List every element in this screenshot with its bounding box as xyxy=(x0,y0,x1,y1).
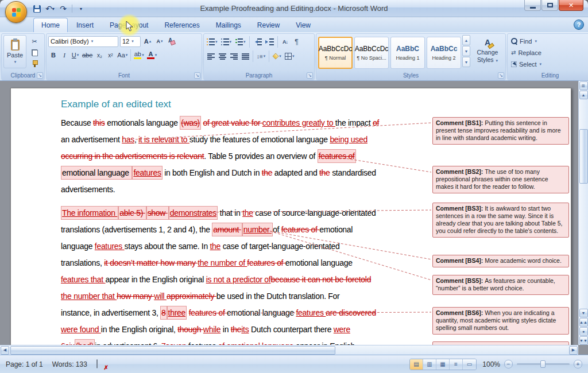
horizontal-scroll-thumb[interactable] xyxy=(10,346,335,355)
font-size-combo[interactable]: 12▾ xyxy=(120,36,141,47)
word-count[interactable]: Words: 133 xyxy=(52,360,87,368)
multilevel-list-icon xyxy=(235,38,243,45)
clear-formatting-button[interactable] xyxy=(167,36,177,47)
scroll-up-button[interactable]: ▲ xyxy=(579,91,588,99)
sort-button[interactable]: A↓ xyxy=(280,36,291,48)
superscript-button[interactable]: x² xyxy=(105,49,115,61)
zoom-in-button[interactable]: + xyxy=(574,360,582,368)
close-button[interactable]: ✕ xyxy=(559,0,583,11)
print-layout-view-button[interactable]: ▤ xyxy=(410,359,423,370)
justify-button[interactable] xyxy=(240,50,250,62)
vertical-scroll-track[interactable] xyxy=(579,99,588,308)
web-layout-view-button[interactable]: ▦ xyxy=(436,359,450,370)
shrink-font-button[interactable]: A▾ xyxy=(154,36,165,47)
next-page-button[interactable]: ▼▼ xyxy=(579,336,588,345)
zoom-slider-thumb[interactable] xyxy=(540,360,546,368)
change-styles-button[interactable]: A Change Styles ▾ xyxy=(471,35,504,68)
styles-scroll-down-button[interactable]: ▼ xyxy=(462,46,470,56)
save-button[interactable] xyxy=(31,3,42,14)
comment-balloon-3[interactable]: Comment [BS3]: It is awkward to start tw… xyxy=(432,203,569,238)
styles-dialog-launcher[interactable]: ↘ xyxy=(498,72,504,79)
draft-view-button[interactable]: ▭ xyxy=(463,359,476,370)
comment-balloon-1[interactable]: Comment [BS1]: Putting this sentence in … xyxy=(432,117,569,145)
paste-button[interactable]: Paste ▾ xyxy=(3,35,26,68)
font-color-button[interactable]: A▾ xyxy=(146,49,158,61)
subscript-button[interactable]: x₂ xyxy=(94,49,105,61)
tab-view[interactable]: View xyxy=(288,18,318,32)
scroll-down-button[interactable]: ▼ xyxy=(579,309,588,317)
proofing-book-icon xyxy=(96,359,98,368)
align-center-button[interactable] xyxy=(217,50,227,62)
horizontal-scrollbar[interactable]: ◀ ▶ xyxy=(0,345,578,355)
format-painter-button[interactable] xyxy=(28,59,41,69)
styles-scroll-up-button[interactable]: ▲ xyxy=(462,35,470,45)
ruler-toggle-button[interactable]: ⊞ xyxy=(579,81,588,90)
font-name-combo[interactable]: Calibri (Body)▾ xyxy=(48,36,118,47)
change-case-button[interactable]: Aa▾ xyxy=(116,49,129,61)
comment-balloon-5[interactable]: Comment [BS5]: As features are countable… xyxy=(432,275,569,295)
comment-balloon-4[interactable]: Comment [BS4]: More academic word choice… xyxy=(432,255,569,267)
redo-button[interactable]: ↷ xyxy=(57,3,69,14)
text-highlight-color-button[interactable]: ab▾ xyxy=(133,49,145,61)
line-spacing-button[interactable]: ↕≡▾ xyxy=(256,50,266,62)
borders-button[interactable]: ▾ xyxy=(284,50,296,62)
zoom-level[interactable]: 100% xyxy=(481,360,500,368)
outline-view-button[interactable]: ≡ xyxy=(450,359,463,370)
previous-page-button[interactable]: ▲▲ xyxy=(579,318,588,327)
style-heading2[interactable]: AaBbCcHeading 2 xyxy=(427,37,461,69)
show-formatting-marks-button[interactable]: ¶ xyxy=(292,36,302,48)
align-right-button[interactable] xyxy=(229,50,239,62)
cut-button[interactable]: ✂ xyxy=(28,37,41,47)
vertical-scroll-thumb[interactable] xyxy=(579,129,588,184)
font-dialog-launcher[interactable]: ↘ xyxy=(194,72,200,79)
select-button[interactable]: Select▾ xyxy=(509,59,543,69)
maximize-button[interactable] xyxy=(541,0,558,11)
undo-button[interactable]: ↶▾ xyxy=(44,3,56,14)
clipboard-dialog-launcher[interactable]: ↘ xyxy=(37,72,43,79)
find-button[interactable]: Find▾ xyxy=(509,36,543,46)
style-normal[interactable]: AaBbCcDc¶ Normal xyxy=(318,37,353,69)
proofing-errors-button[interactable]: ✗ xyxy=(96,360,108,369)
increase-indent-button[interactable] xyxy=(264,36,275,48)
zoom-slider[interactable] xyxy=(517,363,570,365)
multilevel-list-button[interactable]: ▾ xyxy=(234,36,247,48)
numbering-button[interactable]: ▾ xyxy=(220,36,233,48)
full-screen-reading-view-button[interactable]: ▥ xyxy=(423,359,436,370)
scroll-right-button[interactable]: ▶ xyxy=(569,346,578,355)
help-button[interactable]: ? xyxy=(574,20,584,30)
browse-object-button[interactable]: ● xyxy=(579,327,588,336)
grow-font-button[interactable]: A▴ xyxy=(142,36,153,47)
shading-button[interactable]: ▾ xyxy=(272,50,283,62)
underline-button[interactable]: U▾ xyxy=(70,49,80,61)
decrease-indent-button[interactable] xyxy=(252,36,263,48)
scroll-left-button[interactable]: ◀ xyxy=(1,346,9,355)
vertical-scrollbar[interactable]: ⊞ ▲ ▼ ▲▲ ● ▼▼ xyxy=(578,81,588,345)
zoom-out-button[interactable]: − xyxy=(504,360,513,368)
bullets-button[interactable]: ▾ xyxy=(206,36,219,48)
tab-mailings[interactable]: Mailings xyxy=(208,18,249,32)
style-nospaci[interactable]: AaBbCcDc¶ No Spaci... xyxy=(354,37,389,69)
style-heading1[interactable]: AaBbCHeading 1 xyxy=(390,37,425,69)
document-page[interactable]: Example of an edited text Because this e… xyxy=(10,88,571,355)
horizontal-scroll-track[interactable] xyxy=(9,346,569,355)
paragraph-dialog-launcher[interactable]: ↘ xyxy=(307,72,313,79)
customize-qat-button[interactable]: ▾ xyxy=(75,3,87,14)
tab-page-layout[interactable]: Page Layout xyxy=(102,18,156,32)
minimize-button[interactable] xyxy=(524,0,541,11)
replace-button[interactable]: ⇄Replace xyxy=(509,48,543,57)
copy-button[interactable] xyxy=(28,48,41,58)
align-left-button[interactable] xyxy=(206,50,216,62)
tab-review[interactable]: Review xyxy=(250,18,287,32)
redo-icon: ↷ xyxy=(60,4,67,13)
tab-insert[interactable]: Insert xyxy=(69,18,101,32)
comment-balloon-2[interactable]: Comment [BS2]: The use of too many prepo… xyxy=(432,166,569,193)
tab-references[interactable]: References xyxy=(157,18,207,32)
office-button[interactable] xyxy=(5,1,27,23)
styles-more-button[interactable]: ▼ xyxy=(462,57,470,67)
page-indicator[interactable]: Page: 1 of 1 xyxy=(6,360,43,368)
strikethrough-button[interactable]: abe xyxy=(81,49,94,61)
bold-button[interactable]: B xyxy=(48,49,59,61)
italic-button[interactable]: I xyxy=(59,49,69,61)
comment-balloon-6[interactable]: Comment [BS6]: When you are indicating a… xyxy=(432,307,569,335)
tab-home[interactable]: Home xyxy=(33,18,68,32)
